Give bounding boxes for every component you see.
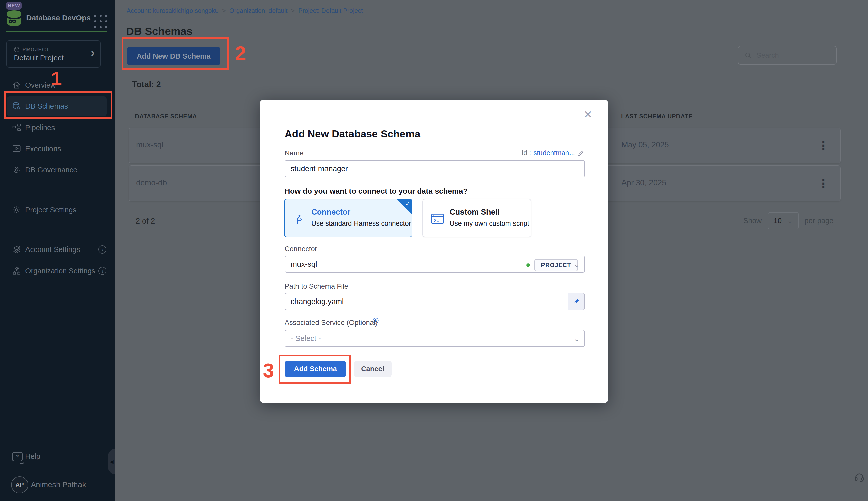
last-update-date: May 05, 2025 [622,140,669,149]
pipelines-icon [12,123,21,132]
new-badge: NEW [6,1,22,10]
breadcrumb-project-link[interactable]: Project: Default Project [298,7,363,14]
pagination-controls: Show 10 ⌄ per page [743,212,833,229]
breadcrumb-separator: > [291,7,295,14]
last-update-date: Apr 30, 2025 [622,178,667,188]
cancel-button[interactable]: Cancel [354,361,392,377]
option-card-custom-shell[interactable]: Custom Shell Use my own custom script [422,199,531,237]
project-selector[interactable]: PROJECT Default Project › [6,40,101,68]
close-icon[interactable]: ✕ [584,109,592,120]
name-input[interactable] [285,160,585,177]
path-label: Path to Schema File [285,282,348,290]
pin-button[interactable] [568,294,584,310]
page-title: DB Schemas [126,25,193,38]
breadcrumb-account-link[interactable]: Account: kurosakiichigo.songoku [127,7,219,14]
collapse-arrow-icon: ◀ [110,459,113,465]
connector-label: Connector [285,245,317,253]
per-page-label: per page [805,217,834,225]
selected-corner-badge: ✓ [397,199,412,215]
sidebar-item-db-schemas[interactable]: DB Schemas [0,95,115,117]
scope-badge: PROJECT [535,259,578,271]
app-title: Database DevOps [26,14,91,22]
id-row: Id : studentman... [521,149,585,157]
info-icon: i [98,245,107,254]
user-name[interactable]: Animesh Pathak [31,480,86,489]
app-switcher-icon[interactable] [92,13,109,30]
toolbar-top-border [115,37,868,37]
chevron-right-icon: › [91,47,95,58]
chevron-down-icon: ⌄ [573,260,580,269]
modal-title: Add New Database Schema [285,128,420,140]
sidebar-item-db-governance[interactable]: DB Governance [0,159,115,181]
add-schema-modal: ✕ Add New Database Schema Name Id : stud… [260,100,608,403]
headset-support-icon[interactable] [854,472,865,483]
connector-scope: PROJECT [526,259,578,271]
path-input[interactable] [285,293,585,310]
logo-underline [6,31,107,32]
option-title: Custom Shell [450,207,499,217]
executions-icon [12,144,21,153]
sidebar-item-organization-settings[interactable]: Organization Settings i [0,260,115,281]
org-chart-gear-icon [12,266,21,276]
home-icon [12,81,21,90]
id-value-link[interactable]: studentman... [534,149,575,157]
kebab-menu-icon[interactable]: ⋮ [816,175,831,191]
schema-name: demo-db [136,178,167,188]
gear-icon [12,205,21,214]
show-label: Show [743,217,762,225]
project-selector-value: Default Project [14,54,64,62]
search-icon [744,52,752,59]
total-count: Total: 2 [132,79,161,89]
layers-gear-icon [12,245,21,254]
chevron-down-icon: ⌄ [573,334,580,343]
breadcrumb: Account: kurosakiichigo.songoku > Organi… [127,7,363,14]
id-prefix: Id : [521,149,531,157]
sidebar-item-project-settings[interactable]: Project Settings [0,199,115,221]
connector-fork-icon [294,213,306,225]
sidebar-item-executions[interactable]: Executions [0,138,115,159]
option-card-connector[interactable]: Connector Use standard Harness connector… [284,199,412,237]
sidebar-item-account-settings[interactable]: Account Settings i [0,239,115,260]
search-box [738,46,837,65]
add-new-db-schema-button[interactable]: Add New DB Schema [127,47,220,65]
option-title: Connector [311,207,351,217]
db-schema-icon [12,102,21,110]
associated-service-select[interactable]: - Select - [285,330,585,347]
page-size-dropdown[interactable]: 10 ⌄ [768,212,799,229]
avatar[interactable]: AP [11,476,28,493]
column-header-database-schema: DATABASE SCHEMA [135,113,197,120]
connect-question: How do you want to connect to your data … [285,187,468,195]
project-selector-label: PROJECT [14,46,50,53]
sidebar: NEW Database DevOps PROJECT [0,0,115,501]
sidebar-item-help[interactable]: ? Help [0,446,115,467]
pagination-range: 2 of 2 [135,217,155,226]
pin-icon [573,298,580,305]
check-icon: ✓ [405,200,410,207]
sidebar-divider [6,231,112,231]
sidebar-collapse-handle[interactable]: ◀ [108,449,115,474]
toolbar-bottom-border [115,70,868,71]
info-icon: i [98,267,107,275]
cube-icon [14,46,20,53]
name-label: Name [285,149,304,157]
governance-gear-icon [12,166,21,174]
edit-pencil-icon[interactable] [577,149,585,157]
associated-service-label: Associated Service (Optional) [285,319,378,327]
option-subtitle: Use standard Harness connector [311,220,411,227]
breadcrumb-separator: > [222,7,226,14]
info-icon [372,317,379,324]
screen: NEW Database DevOps PROJECT [0,0,868,501]
add-schema-button[interactable]: Add Schema [285,361,346,377]
terminal-icon [431,213,444,225]
sidebar-item-pipelines[interactable]: Pipelines [0,117,115,138]
column-header-last-schema-update: LAST SCHEMA UPDATE [621,113,693,120]
help-chat-icon: ? [12,452,21,461]
breadcrumb-organization-link[interactable]: Organization: default [229,7,288,14]
kebab-menu-icon[interactable]: ⋮ [816,137,831,153]
schema-name: mux-sql [136,140,164,149]
chevron-down-icon: ⌄ [787,217,793,225]
content-right-divider [850,0,850,501]
status-dot [526,263,530,267]
search-input[interactable] [756,51,828,60]
sidebar-item-overview[interactable]: Overview [0,74,115,96]
